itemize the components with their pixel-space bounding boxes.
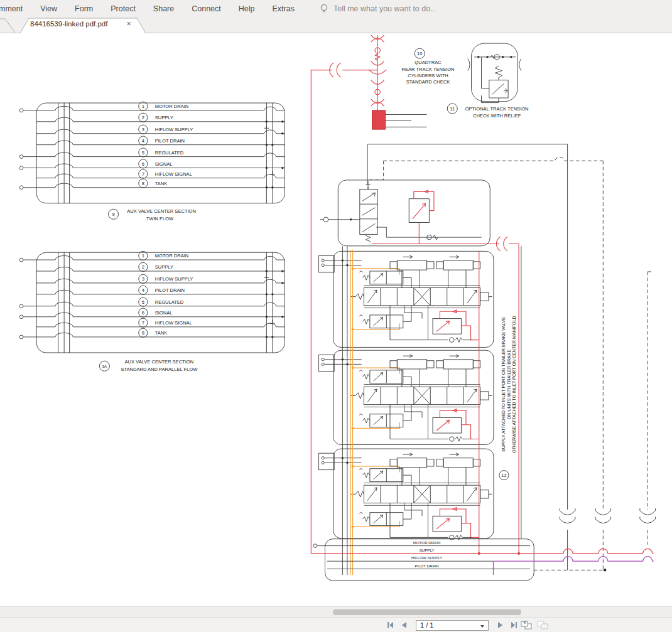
row-number: 6 <box>142 310 144 316</box>
note12-line1: SUPPLY ATTACHED TO INLET PORT ON TRAILER… <box>501 317 506 452</box>
previous-view-icon[interactable] <box>520 620 533 631</box>
menu-item-comment[interactable]: mment <box>0 4 31 13</box>
caption-line2: TWIN FLOW <box>146 216 174 222</box>
row-number: 1 <box>142 253 144 259</box>
menu-item-share[interactable]: Share <box>144 4 183 13</box>
last-page-icon <box>510 621 519 629</box>
note12-line2: ON UNITS WITH TRAILER BRAKE <box>507 349 512 419</box>
manifold-label-pilot-drain: PILOT DRAIN <box>415 564 438 568</box>
caption-line1: AUX VALVE CENTER SECTION <box>125 359 194 365</box>
caption-number: 9A <box>102 364 107 368</box>
row-label: REGULATED <box>155 150 184 156</box>
next-page-icon <box>497 621 504 629</box>
row-number: 5 <box>142 150 144 156</box>
row-label: HIFLOW SUPPLY <box>155 127 193 132</box>
caption-line2: STANDARD AND PARALLEL FLOW <box>121 367 198 372</box>
row-number: 7 <box>142 320 144 326</box>
next-view-icon[interactable] <box>536 620 549 631</box>
row-number: 7 <box>142 171 144 177</box>
row-label: PILOT DRAIN <box>155 138 185 144</box>
valve-section-2 <box>319 350 494 444</box>
inlet-valve-block <box>320 180 519 554</box>
row-number: 3 <box>142 276 144 282</box>
row-number: 8 <box>142 181 144 186</box>
chevron-down-icon <box>480 625 484 628</box>
row-number: 1 <box>142 104 144 109</box>
note12-caption: SUPPLY ATTACHED TO INLET PORT ON TRAILER… <box>499 316 517 479</box>
track-tension-cylinders: 10 QUADTRAC REAR TRACK TENSION CYLINDERS… <box>311 35 454 554</box>
row-label: SUPPLY <box>155 264 173 270</box>
row-label: HIFLOW SIGNAL <box>155 320 192 326</box>
row-number: 4 <box>142 287 144 293</box>
assistant-placeholder: Tell me what you want to do.. <box>333 4 435 13</box>
row-number: 5 <box>142 299 144 305</box>
tab-bar: 84416539-linked pdf.pdf × <box>0 17 672 33</box>
ladder-twin-flow: 1 MOTOR DRAIN 2 SUPPLY 3 HIFLOW SUPPLY 4… <box>19 102 285 222</box>
page-indicator: 1 / 1 <box>420 621 433 629</box>
note10-line4: STANDARD CHECK <box>406 79 450 85</box>
previous-page-button[interactable] <box>397 619 411 631</box>
manifold-label-motor-drain: MOTOR DRAIN <box>413 540 440 545</box>
caption-number: 9 <box>112 212 114 217</box>
page-navigation: 1 / 1 <box>383 619 521 631</box>
ladder2-caption: 9A AUX VALVE CENTER SECTION STANDARD AND… <box>99 359 198 372</box>
menu-item-protect[interactable]: Protect <box>102 4 144 13</box>
manifold-label-supply: SUPPLY <box>420 548 435 552</box>
page-number-box[interactable]: 1 / 1 <box>416 620 489 631</box>
ladder1-caption: 9 AUX VALVE CENTER SECTION TWIN FLOW <box>109 208 196 221</box>
valve-section-1 <box>319 251 494 347</box>
next-page-button[interactable] <box>494 619 507 631</box>
row-number: 6 <box>142 161 144 167</box>
note10-caption: 10 QUADTRAC REAR TRACK TENSION CYLINDERS… <box>401 48 454 85</box>
center-manifold: MOTOR DRAIN SUPPLY HIFLOW SUPPLY PILOT D… <box>311 539 653 581</box>
row-number: 8 <box>142 330 144 336</box>
note-number: 12 <box>501 473 506 478</box>
row-number: 4 <box>142 138 144 144</box>
caption-line1: AUX VALVE CENTER SECTION <box>127 208 196 214</box>
hydraulic-schematic: 1 MOTOR DRAIN 2 SUPPLY 3 HIFLOW SUPPLY 4… <box>0 33 672 606</box>
row-number: 2 <box>142 264 144 270</box>
partial-tab-edge[interactable] <box>0 19 15 33</box>
menu-item-help[interactable]: Help <box>230 4 264 13</box>
menu-bar: mment View Form Protect Share Connect He… <box>0 0 672 17</box>
note11-line1: OPTIONAL TRACK TENSION <box>465 106 529 112</box>
menu-item-form[interactable]: Form <box>66 4 102 13</box>
row-label: REGULATED <box>155 299 184 305</box>
row-label: TANK <box>155 330 168 336</box>
note10-line2: REAR TRACK TENSION <box>401 67 454 72</box>
row-label: MOTOR DRAIN <box>155 253 189 259</box>
note-number: 11 <box>450 106 455 112</box>
note10-line1: QUADTRAC <box>415 60 442 65</box>
row-label: MOTOR DRAIN <box>155 104 189 109</box>
menu-item-connect[interactable]: Connect <box>183 4 230 13</box>
note11-line2: CHECK WITH RELIEF <box>473 113 521 119</box>
track-tension-check-relief: 11 OPTIONAL TRACK TENSION CHECK WITH REL… <box>447 43 528 119</box>
assistant-search[interactable]: Tell me what you want to do.. <box>320 4 435 14</box>
status-bar: 1 / 1 <box>0 617 672 632</box>
row-number: 2 <box>142 115 144 121</box>
note11-caption: 11 OPTIONAL TRACK TENSION CHECK WITH REL… <box>447 104 528 119</box>
view-history-buttons <box>520 619 549 631</box>
menu-item-extras[interactable]: Extras <box>264 4 303 13</box>
horizontal-scrollbar[interactable] <box>0 606 672 617</box>
note10-line3: CYLINDERS WITH <box>408 73 448 78</box>
lightbulb-icon <box>320 4 328 14</box>
row-label: PILOT DRAIN <box>155 287 185 293</box>
tab-title[interactable]: 84416539-linked pdf.pdf <box>30 20 107 28</box>
pdf-page: 1 MOTOR DRAIN 2 SUPPLY 3 HIFLOW SUPPLY 4… <box>0 33 672 606</box>
menu-item-view[interactable]: View <box>31 4 66 13</box>
first-page-icon <box>386 621 394 629</box>
note12-line3: OTHERWISE ATTACHED TO INLET PORT ON CENT… <box>512 316 517 453</box>
row-label: HIFLOW SIGNAL <box>155 171 192 177</box>
last-page-button[interactable] <box>507 619 521 631</box>
note-number: 10 <box>417 51 422 56</box>
row-number: 3 <box>142 127 144 132</box>
first-page-button[interactable] <box>383 619 397 631</box>
row-label: SUPPLY <box>155 115 173 121</box>
valve-section-3 <box>319 449 494 540</box>
row-label: SIGNAL <box>155 310 173 316</box>
scrollbar-thumb[interactable] <box>333 609 521 615</box>
tab-close-icon[interactable]: × <box>124 19 133 29</box>
ladder-standard-parallel: 1 MOTOR DRAIN 2 SUPPLY 3 HIFLOW SUPPLY 4… <box>19 251 285 372</box>
previous-page-icon <box>400 621 408 629</box>
